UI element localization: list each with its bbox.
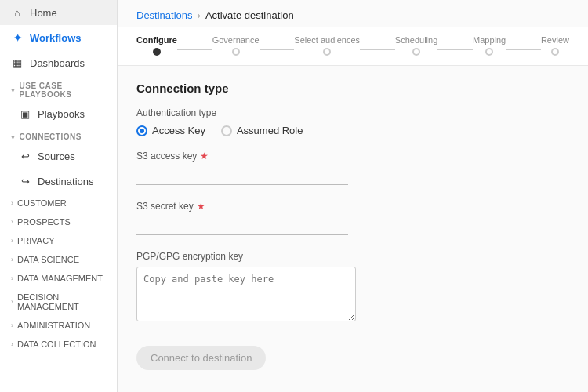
- chevron-right-icon: ›: [11, 218, 13, 226]
- steps-bar: Configure Governance Select audiences Sc…: [118, 27, 588, 66]
- main-content: Destinations › Activate destination Conf…: [118, 0, 588, 392]
- pgp-key-textarea[interactable]: [136, 267, 356, 321]
- sidebar-item-sources[interactable]: ↩ Sources: [0, 143, 117, 169]
- sidebar-item-home[interactable]: ⌂ Home: [0, 0, 117, 25]
- destinations-icon: ↪: [19, 175, 31, 187]
- step-line: [177, 49, 212, 50]
- breadcrumb: Destinations › Activate destination: [118, 0, 588, 27]
- breadcrumb-parent[interactable]: Destinations: [136, 9, 193, 21]
- step-dot: [412, 48, 420, 56]
- sidebar-item-destinations[interactable]: ↪ Destinations: [0, 169, 117, 194]
- chevron-right-icon: ›: [11, 274, 13, 282]
- section-title: Connection type: [136, 82, 569, 95]
- dashboards-icon: ▦: [11, 56, 24, 69]
- sidebar-item-playbooks[interactable]: ▣ Playbooks: [0, 101, 117, 126]
- step-line: [360, 49, 395, 50]
- destinations-label: Destinations: [38, 176, 94, 187]
- access-key-label: Access Key: [152, 125, 205, 136]
- step-dot: [232, 48, 240, 56]
- breadcrumb-separator: ›: [198, 9, 201, 21]
- chevron-right-icon: ›: [11, 237, 13, 245]
- pgp-key-label: PGP/GPG encryption key: [136, 251, 569, 262]
- step-review[interactable]: Review: [541, 35, 569, 56]
- sidebar-category-prospects[interactable]: › PROSPECTS: [0, 212, 117, 231]
- radio-access-key[interactable]: Access Key: [136, 125, 205, 136]
- sidebar-category-data-management[interactable]: › DATA MANAGEMENT: [0, 269, 117, 288]
- assumed-role-label: Assumed Role: [237, 125, 303, 136]
- step-dot-active: [153, 48, 161, 56]
- sidebar-item-workflows-label: Workflows: [30, 32, 82, 44]
- home-icon: ⌂: [11, 6, 24, 19]
- chevron-icon: ▾: [11, 86, 16, 94]
- step-line: [506, 49, 541, 50]
- step-scheduling[interactable]: Scheduling: [395, 35, 437, 56]
- sources-label: Sources: [38, 151, 75, 162]
- step-dot: [323, 48, 331, 56]
- radio-circle-assumed-role: [221, 125, 232, 136]
- sidebar-category-data-collection[interactable]: › DATA COLLECTION: [0, 335, 117, 354]
- sidebar-item-workflows[interactable]: ✦ Workflows: [0, 25, 117, 50]
- pgp-key-group: PGP/GPG encryption key: [136, 251, 569, 324]
- required-star: ★: [200, 151, 209, 162]
- connect-button[interactable]: Connect to destination: [136, 346, 266, 370]
- form-content: Connection type Authentication type Acce…: [118, 66, 588, 392]
- sources-icon: ↩: [19, 150, 31, 162]
- step-line: [260, 49, 295, 50]
- chevron-right-icon: ›: [11, 340, 13, 348]
- step-mapping[interactable]: Mapping: [473, 35, 506, 56]
- auth-radio-group: Access Key Assumed Role: [136, 125, 569, 136]
- step-line: [437, 49, 473, 50]
- playbooks-label: Playbooks: [38, 108, 85, 120]
- section-connections: ▾ CONNECTIONS: [0, 126, 117, 143]
- radio-assumed-role[interactable]: Assumed Role: [221, 125, 303, 136]
- s3-access-key-input[interactable]: [136, 166, 348, 185]
- sidebar-category-customer[interactable]: › CUSTOMER: [0, 194, 117, 212]
- sidebar-category-administration[interactable]: › ADMINISTRATION: [0, 316, 117, 335]
- sidebar: ⌂ Home ✦ Workflows ▦ Dashboards ▾ USE CA…: [0, 0, 118, 392]
- chevron-icon: ▾: [11, 133, 16, 141]
- playbooks-icon: ▣: [19, 107, 31, 120]
- sidebar-category-data-science[interactable]: › DATA SCIENCE: [0, 250, 117, 269]
- s3-secret-key-label: S3 secret key ★: [136, 201, 569, 212]
- chevron-right-icon: ›: [11, 256, 13, 263]
- radio-circle-access-key: [136, 125, 147, 136]
- step-configure[interactable]: Configure: [136, 35, 177, 56]
- step-governance[interactable]: Governance: [212, 35, 260, 56]
- chevron-right-icon: ›: [11, 298, 13, 306]
- sidebar-item-dashboards[interactable]: ▦ Dashboards: [0, 50, 117, 75]
- step-select-audiences[interactable]: Select audiences: [294, 35, 360, 56]
- step-dot: [551, 48, 559, 56]
- section-use-case-playbooks: ▾ USE CASE PLAYBOOKS: [0, 75, 117, 101]
- sidebar-category-privacy[interactable]: › PRIVACY: [0, 231, 117, 250]
- sidebar-category-decision-management[interactable]: › DECISION MANAGEMENT: [0, 288, 117, 316]
- sidebar-item-home-label: Home: [30, 7, 57, 19]
- s3-access-key-group: S3 access key ★: [136, 151, 569, 185]
- workflows-icon: ✦: [11, 31, 24, 44]
- chevron-right-icon: ›: [11, 199, 13, 207]
- auth-label: Authentication type: [136, 107, 569, 118]
- s3-secret-key-input[interactable]: [136, 216, 348, 235]
- s3-secret-key-group: S3 secret key ★: [136, 201, 569, 235]
- chevron-right-icon: ›: [11, 321, 13, 329]
- breadcrumb-current: Activate destination: [205, 9, 294, 21]
- step-dot: [485, 48, 493, 56]
- s3-access-key-label: S3 access key ★: [136, 151, 569, 162]
- required-star-2: ★: [197, 201, 205, 212]
- sidebar-item-dashboards-label: Dashboards: [30, 57, 85, 69]
